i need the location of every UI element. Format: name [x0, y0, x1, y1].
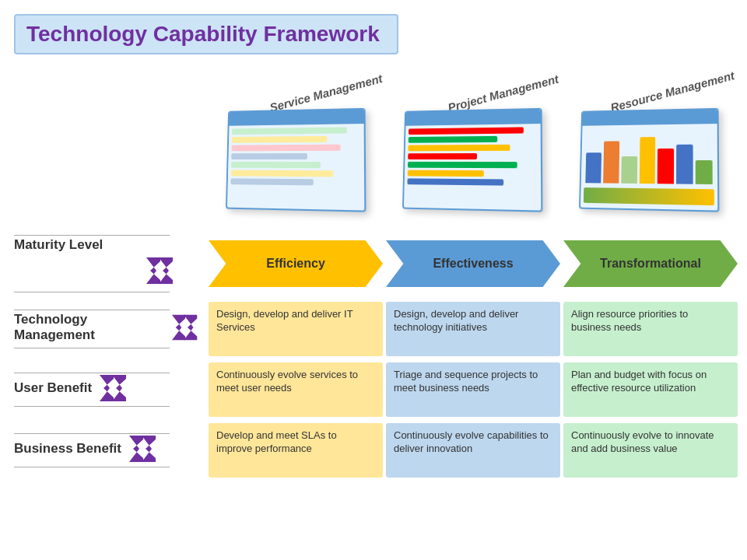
service-management-mockup: Service Management — [224, 109, 372, 233]
user-benefit-cell-transformational: Plan and budget with focus on effective … — [563, 362, 738, 417]
svg-marker-4 — [100, 375, 114, 401]
resource-management-mockup: Resource Management — [577, 109, 725, 233]
page-title: Technology Capability Framework — [26, 22, 380, 47]
title-bar: Technology Capability Framework — [14, 14, 398, 54]
project-management-screen — [402, 108, 542, 212]
tech-mgmt-cell-effectiveness: Design, develop and deliver technology i… — [386, 302, 560, 356]
resource-management-label: Resource Management — [609, 68, 736, 114]
maturity-label-area: Maturity Level — [14, 233, 209, 294]
technology-management-row: Technology Management Design, develop an… — [14, 302, 738, 356]
project-management-mockup: Project Management — [401, 109, 549, 233]
grid-area: Maturity Level Efficiency Effectiveness — [14, 233, 738, 484]
resource-management-screen — [579, 108, 719, 212]
tech-mgmt-cell-efficiency: Design, develop and deliver IT Services — [209, 302, 383, 356]
maturity-header-row: Maturity Level Efficiency Effectiveness — [14, 233, 738, 294]
efficiency-arrow: Efficiency — [209, 240, 383, 287]
user-benefit-label: User Benefit — [14, 380, 92, 396]
service-management-label: Service Management — [268, 72, 384, 114]
user-benefit-label-area: User Benefit — [14, 371, 209, 408]
technology-management-arrow-icon — [172, 314, 209, 341]
business-benefit-cell-effectiveness: Continuously evolve capabilities to deli… — [386, 423, 560, 478]
user-benefit-row: User Benefit Continuously evolve service… — [14, 362, 738, 417]
user-benefit-cell-efficiency: Continuously evolve services to meet use… — [209, 362, 383, 417]
service-management-screen — [226, 108, 366, 212]
business-benefit-cell-efficiency: Develop and meet SLAs to improve perform… — [209, 423, 383, 478]
svg-marker-1 — [159, 257, 173, 284]
svg-marker-3 — [184, 315, 197, 340]
business-benefit-cells: Develop and meet SLAs to improve perform… — [209, 423, 738, 478]
technology-management-label: Technology Management — [14, 312, 164, 344]
business-benefit-arrow-icon — [129, 436, 168, 462]
business-benefit-label-area: Business Benefit — [14, 432, 209, 469]
transformational-arrow: Transformational — [563, 240, 738, 287]
tech-mgmt-cell-transformational: Align resource priorities to business ne… — [563, 302, 738, 356]
user-benefit-cell-effectiveness: Triage and sequence projects to meet bus… — [386, 362, 560, 417]
business-benefit-cell-transformational: Continuously evolve to innovate and add … — [563, 423, 738, 478]
maturity-cells: Efficiency Effectiveness Transformationa… — [209, 240, 738, 287]
technology-management-label-area: Technology Management — [14, 308, 209, 351]
svg-marker-6 — [129, 436, 143, 462]
user-benefit-arrow-icon — [100, 375, 139, 401]
svg-marker-0 — [146, 257, 160, 284]
effectiveness-arrow: Effectiveness — [386, 240, 560, 287]
maturity-level-label: Maturity Level — [14, 237, 103, 252]
maturity-arrow-icon — [146, 257, 185, 284]
svg-marker-2 — [172, 315, 185, 340]
svg-marker-7 — [142, 436, 156, 462]
project-management-label: Project Management — [447, 72, 560, 114]
technology-management-cells: Design, develop and deliver IT Services … — [209, 302, 738, 356]
svg-marker-5 — [112, 375, 126, 401]
user-benefit-cells: Continuously evolve services to meet use… — [209, 362, 738, 417]
business-benefit-row: Business Benefit Develop and meet SLAs t… — [14, 423, 738, 478]
screens-area: Service Management Project Management — [210, 62, 739, 233]
business-benefit-label: Business Benefit — [14, 441, 121, 457]
